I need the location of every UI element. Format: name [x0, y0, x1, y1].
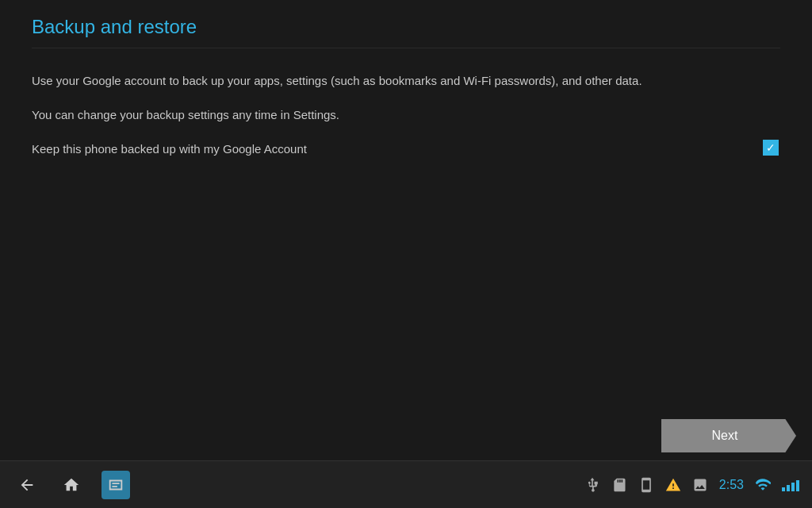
next-button-area: Next [661, 419, 796, 452]
signal-bars [782, 479, 799, 491]
signal-bar-2 [787, 485, 790, 491]
screenshot-status-icon [638, 477, 654, 493]
nav-bar: 2:53 [0, 460, 812, 508]
description-text-1: Use your Google account to back up your … [32, 72, 780, 90]
backup-checkbox[interactable]: ✓ [763, 140, 780, 157]
page-title: Backup and restore [32, 16, 780, 48]
checkmark-icon: ✓ [766, 142, 776, 153]
nav-left [13, 471, 130, 499]
usb-icon [584, 477, 600, 493]
wifi-icon [755, 477, 771, 493]
gallery-status-icon [692, 477, 708, 493]
recents-button[interactable] [102, 471, 130, 499]
usb-status-icon [584, 477, 600, 493]
nav-right: 2:53 [584, 477, 799, 493]
screenshot-icon [638, 477, 654, 493]
back-icon [18, 476, 36, 494]
main-content: Backup and restore Use your Google accou… [0, 0, 812, 460]
home-button[interactable] [57, 471, 86, 499]
backup-checkbox-row[interactable]: Keep this phone backed up with my Google… [32, 140, 780, 157]
warning-status-icon [665, 477, 681, 493]
gallery-icon [692, 477, 708, 493]
warning-icon [665, 477, 681, 493]
home-icon [63, 476, 80, 494]
status-time: 2:53 [719, 478, 744, 492]
signal-bar-1 [782, 487, 785, 491]
description-text-2: You can change your backup settings any … [32, 106, 780, 125]
checkbox-box[interactable]: ✓ [763, 140, 779, 156]
signal-bar-3 [791, 483, 795, 491]
recents-icon [107, 476, 124, 494]
sd-card-icon [611, 477, 627, 493]
back-button[interactable] [13, 471, 41, 499]
signal-bar-4 [796, 480, 799, 491]
sd-status-icon [611, 477, 627, 493]
wifi-status-icon [755, 477, 771, 493]
next-button[interactable]: Next [661, 419, 796, 452]
backup-checkbox-label: Keep this phone backed up with my Google… [32, 142, 307, 156]
